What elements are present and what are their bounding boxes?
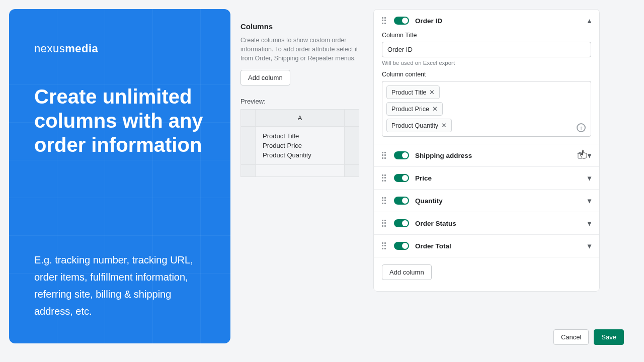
save-button[interactable]: Save: [594, 329, 624, 345]
preview-label: Preview:: [240, 98, 359, 105]
chevron-down-icon[interactable]: ▾: [588, 219, 591, 227]
close-icon[interactable]: ✕: [441, 122, 447, 129]
promo-panel: nexusmedia Create unlimited columns with…: [9, 9, 230, 343]
column-item-price: Price ▾: [374, 167, 599, 190]
add-column-button[interactable]: Add column: [382, 264, 432, 280]
column-label: Order Total: [415, 242, 451, 250]
content-tag[interactable]: Product Quantity✕: [386, 119, 452, 132]
preview-col-header: A: [256, 110, 345, 127]
close-icon[interactable]: ✕: [432, 105, 438, 113]
promo-headline: Create unlimited columns with any order …: [34, 84, 205, 157]
add-column-button[interactable]: Add column: [240, 70, 290, 85]
column-header[interactable]: Quantity ▾: [374, 190, 599, 212]
chevron-up-icon[interactable]: ▴: [588, 17, 591, 25]
toggle-switch[interactable]: [394, 219, 409, 227]
toggle-switch[interactable]: [394, 151, 409, 159]
column-item-status: Order Status ▾: [374, 212, 599, 235]
field-label: Column Title: [382, 32, 591, 39]
add-tag-icon[interactable]: +: [577, 123, 586, 132]
cancel-button[interactable]: Cancel: [553, 329, 589, 345]
content-tag[interactable]: Product Price✕: [386, 102, 443, 116]
column-header[interactable]: Order Status ▾: [374, 212, 599, 234]
column-label: Quantity: [415, 197, 443, 205]
toggle-switch[interactable]: [394, 197, 409, 205]
drag-handle-icon[interactable]: [382, 220, 388, 227]
drag-handle-icon[interactable]: [382, 152, 388, 159]
promo-subtext: E.g. tracking number, tracking URL, orde…: [34, 251, 195, 320]
columns-editor: Order ID ▴ Column Title Will be used on …: [373, 9, 600, 292]
column-label: Order ID: [415, 17, 442, 25]
column-label: Shipping address: [415, 152, 472, 159]
drag-handle-icon[interactable]: [382, 197, 388, 204]
column-title-input[interactable]: [382, 42, 591, 57]
column-label: Order Status: [415, 220, 456, 227]
column-label: Price: [415, 174, 432, 182]
column-item-shipping: Shipping address ▾: [374, 144, 599, 167]
column-item-order-id: Order ID ▴ Column Title Will be used on …: [374, 10, 599, 144]
chevron-down-icon[interactable]: ▾: [588, 174, 591, 182]
columns-info: Columns Create columns to show custom or…: [240, 9, 359, 292]
chevron-down-icon[interactable]: ▾: [588, 197, 591, 205]
preview-table: A Product Title Product Price Product Qu…: [240, 109, 359, 177]
column-item-quantity: Quantity ▾: [374, 190, 599, 212]
section-description: Create columns to show custom order info…: [240, 36, 359, 63]
toggle-switch[interactable]: [394, 174, 409, 182]
drag-handle-icon[interactable]: [382, 17, 388, 24]
column-header[interactable]: Price ▾: [374, 167, 599, 189]
field-hint: Will be used on Excel export: [382, 60, 591, 66]
preview-cell: Product Title Product Price Product Quan…: [256, 127, 345, 165]
chevron-down-icon[interactable]: ▾: [588, 242, 591, 250]
toggle-switch[interactable]: [394, 17, 409, 25]
content-tagbox[interactable]: Product Title✕ Product Price✕ Product Qu…: [382, 81, 591, 137]
drag-handle-icon[interactable]: [382, 242, 388, 249]
toggle-switch[interactable]: [394, 242, 409, 250]
section-title: Columns: [240, 22, 359, 31]
cursor-pointer-icon: [579, 149, 589, 160]
column-header[interactable]: Shipping address ▾: [374, 144, 599, 166]
column-item-total: Order Total ▾: [374, 235, 599, 257]
content-tag[interactable]: Product Title✕: [386, 85, 440, 99]
close-icon[interactable]: ✕: [429, 88, 435, 96]
field-label: Column content: [382, 71, 591, 78]
brand-logo: nexusmedia: [34, 42, 205, 55]
column-header[interactable]: Order Total ▾: [374, 235, 599, 257]
drag-handle-icon[interactable]: [382, 174, 388, 182]
column-header[interactable]: Order ID ▴: [374, 10, 599, 32]
form-footer: Cancel Save: [252, 320, 624, 345]
